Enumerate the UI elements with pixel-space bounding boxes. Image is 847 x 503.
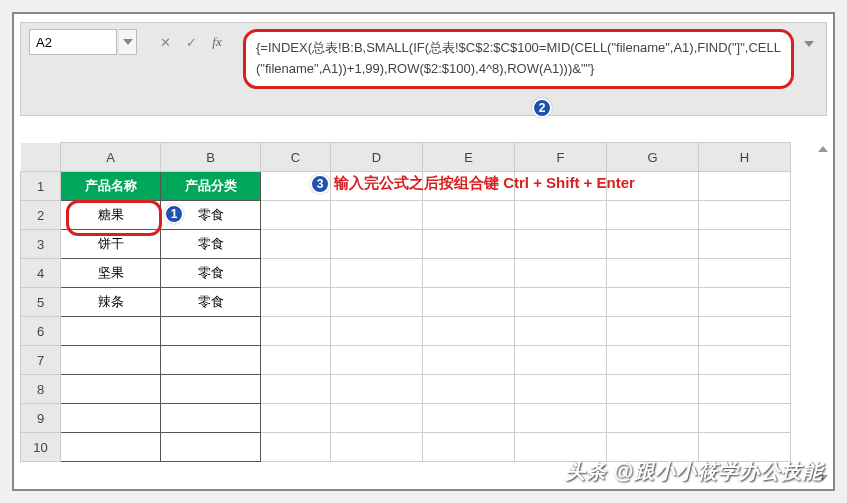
cell-h4[interactable] (699, 259, 791, 288)
callout-badge-3: 3 (310, 174, 330, 194)
cell-h9[interactable] (699, 404, 791, 433)
cell-f7[interactable] (515, 346, 607, 375)
cell-b10[interactable] (161, 433, 261, 462)
cell-b3[interactable]: 零食 (161, 230, 261, 259)
cell-e3[interactable] (423, 230, 515, 259)
cell-b5[interactable]: 零食 (161, 288, 261, 317)
cell-a8[interactable] (61, 375, 161, 404)
formula-bar[interactable]: {=INDEX(总表!B:B,SMALL(IF(总表!$C$2:$C$100=M… (243, 29, 794, 89)
cell-a4[interactable]: 坚果 (61, 259, 161, 288)
col-header-h[interactable]: H (699, 143, 791, 172)
row-header-10[interactable]: 10 (21, 433, 61, 462)
cell-c7[interactable] (261, 346, 331, 375)
col-header-f[interactable]: F (515, 143, 607, 172)
cell-b6[interactable] (161, 317, 261, 346)
cell-g9[interactable] (607, 404, 699, 433)
cell-h2[interactable] (699, 201, 791, 230)
name-box-dropdown[interactable] (119, 29, 137, 55)
cell-g4[interactable] (607, 259, 699, 288)
cell-b4[interactable]: 零食 (161, 259, 261, 288)
cell-h7[interactable] (699, 346, 791, 375)
row-header-2[interactable]: 2 (21, 201, 61, 230)
cell-a10[interactable] (61, 433, 161, 462)
cell-c9[interactable] (261, 404, 331, 433)
cell-f2[interactable] (515, 201, 607, 230)
formula-bar-expand[interactable] (800, 31, 818, 57)
cell-c5[interactable] (261, 288, 331, 317)
cell-a2[interactable]: 糖果 (61, 201, 161, 230)
cell-a7[interactable] (61, 346, 161, 375)
insert-function-button[interactable]: fx (205, 29, 229, 55)
cell-d2[interactable] (331, 201, 423, 230)
cell-c2[interactable] (261, 201, 331, 230)
cell-g3[interactable] (607, 230, 699, 259)
row-header-4[interactable]: 4 (21, 259, 61, 288)
cell-d5[interactable] (331, 288, 423, 317)
col-header-e[interactable]: E (423, 143, 515, 172)
cell-d7[interactable] (331, 346, 423, 375)
spreadsheet-grid[interactable]: A B C D E F G H 1 产品名称 产品分类 2 糖果 零食 (20, 142, 827, 483)
cell-c4[interactable] (261, 259, 331, 288)
cell-g6[interactable] (607, 317, 699, 346)
col-header-a[interactable]: A (61, 143, 161, 172)
vertical-scrollbar[interactable] (821, 146, 825, 481)
row-header-7[interactable]: 7 (21, 346, 61, 375)
cell-g2[interactable] (607, 201, 699, 230)
row-header-9[interactable]: 9 (21, 404, 61, 433)
cell-e4[interactable] (423, 259, 515, 288)
cell-g7[interactable] (607, 346, 699, 375)
cell-c3[interactable] (261, 230, 331, 259)
cell-c8[interactable] (261, 375, 331, 404)
cell-f6[interactable] (515, 317, 607, 346)
cell-c10[interactable] (261, 433, 331, 462)
cell-h8[interactable] (699, 375, 791, 404)
cell-a9[interactable] (61, 404, 161, 433)
cell-h6[interactable] (699, 317, 791, 346)
cell-e9[interactable] (423, 404, 515, 433)
cell-e8[interactable] (423, 375, 515, 404)
row-header-5[interactable]: 5 (21, 288, 61, 317)
cell-e10[interactable] (423, 433, 515, 462)
cell-b9[interactable] (161, 404, 261, 433)
cell-e7[interactable] (423, 346, 515, 375)
cell-f3[interactable] (515, 230, 607, 259)
cell-d4[interactable] (331, 259, 423, 288)
cell-d9[interactable] (331, 404, 423, 433)
cell-e6[interactable] (423, 317, 515, 346)
cell-d10[interactable] (331, 433, 423, 462)
col-header-d[interactable]: D (331, 143, 423, 172)
cancel-formula-button[interactable]: ✕ (153, 29, 177, 55)
cell-f8[interactable] (515, 375, 607, 404)
cell-b8[interactable] (161, 375, 261, 404)
row-header-8[interactable]: 8 (21, 375, 61, 404)
name-box[interactable] (29, 29, 117, 55)
cell-f5[interactable] (515, 288, 607, 317)
cell-d3[interactable] (331, 230, 423, 259)
cell-h5[interactable] (699, 288, 791, 317)
row-header-6[interactable]: 6 (21, 317, 61, 346)
cell-g5[interactable] (607, 288, 699, 317)
cell-h1[interactable] (699, 172, 791, 201)
select-all-corner[interactable] (21, 143, 61, 172)
cell-a5[interactable]: 辣条 (61, 288, 161, 317)
col-header-g[interactable]: G (607, 143, 699, 172)
cell-f4[interactable] (515, 259, 607, 288)
cell-b1[interactable]: 产品分类 (161, 172, 261, 201)
row-header-1[interactable]: 1 (21, 172, 61, 201)
cell-f9[interactable] (515, 404, 607, 433)
cell-d8[interactable] (331, 375, 423, 404)
col-header-c[interactable]: C (261, 143, 331, 172)
cell-b7[interactable] (161, 346, 261, 375)
row-header-3[interactable]: 3 (21, 230, 61, 259)
cell-a1[interactable]: 产品名称 (61, 172, 161, 201)
cell-g8[interactable] (607, 375, 699, 404)
cell-e5[interactable] (423, 288, 515, 317)
cell-a6[interactable] (61, 317, 161, 346)
col-header-b[interactable]: B (161, 143, 261, 172)
cell-a3[interactable]: 饼干 (61, 230, 161, 259)
cell-c6[interactable] (261, 317, 331, 346)
cell-h3[interactable] (699, 230, 791, 259)
cell-d6[interactable] (331, 317, 423, 346)
accept-formula-button[interactable]: ✓ (179, 29, 203, 55)
cell-e2[interactable] (423, 201, 515, 230)
